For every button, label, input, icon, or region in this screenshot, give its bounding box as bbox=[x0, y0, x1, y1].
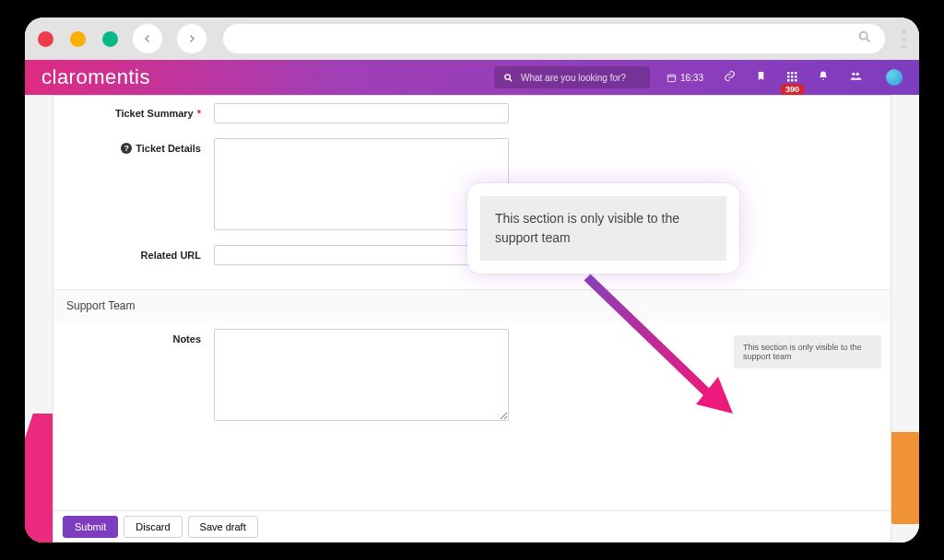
window-close-icon[interactable] bbox=[38, 31, 53, 47]
notification-badge: 390 bbox=[780, 84, 805, 95]
submit-button[interactable]: Submit bbox=[63, 516, 118, 538]
svg-rect-8 bbox=[795, 76, 797, 78]
header-search[interactable] bbox=[494, 66, 650, 88]
help-icon[interactable]: ? bbox=[121, 143, 132, 154]
required-indicator: * bbox=[197, 108, 201, 119]
annotation-callout: This section is only visible to the supp… bbox=[467, 183, 739, 274]
svg-rect-7 bbox=[791, 76, 794, 78]
svg-rect-2 bbox=[667, 75, 675, 81]
ticket-summary-input[interactable] bbox=[214, 103, 509, 123]
search-icon bbox=[503, 73, 513, 83]
svg-rect-11 bbox=[795, 79, 797, 82]
discard-button[interactable]: Discard bbox=[124, 516, 182, 538]
svg-point-1 bbox=[505, 74, 511, 79]
calendar-icon bbox=[667, 73, 677, 83]
clock-widget[interactable]: 16:33 bbox=[667, 73, 703, 83]
save-draft-button[interactable]: Save draft bbox=[188, 516, 258, 538]
related-url-input[interactable] bbox=[214, 245, 509, 265]
avatar[interactable] bbox=[886, 69, 903, 86]
browser-menu-icon[interactable] bbox=[902, 29, 906, 49]
ticket-details-input[interactable] bbox=[214, 138, 509, 230]
time-display: 16:33 bbox=[680, 73, 703, 83]
bell-icon[interactable] bbox=[818, 70, 829, 85]
app-header: claromentis 16:33 390 bbox=[25, 60, 919, 95]
svg-rect-4 bbox=[791, 72, 794, 75]
annotation-text: This section is only visible to the supp… bbox=[480, 196, 726, 261]
field-ticket-summary: Ticket Summary* bbox=[53, 96, 891, 131]
search-input[interactable] bbox=[521, 73, 641, 83]
decorative-shape-pink bbox=[25, 414, 53, 542]
section-support-team: Support Team bbox=[53, 289, 891, 321]
content-area: Ticket Summary* ? Ticket Details Related… bbox=[25, 95, 919, 542]
form-action-bar: Submit Discard Save draft bbox=[53, 510, 891, 542]
bookmark-icon[interactable] bbox=[756, 70, 766, 85]
svg-rect-10 bbox=[791, 79, 794, 82]
visibility-note: This section is only visible to the supp… bbox=[734, 335, 881, 368]
users-icon[interactable] bbox=[849, 70, 862, 85]
section-support-team-title: Support Team bbox=[66, 299, 136, 312]
notes-label: Notes bbox=[172, 333, 201, 344]
svg-rect-5 bbox=[795, 72, 797, 75]
ticket-details-label: Ticket Details bbox=[136, 143, 201, 154]
apps-grid-icon[interactable]: 390 bbox=[786, 71, 797, 85]
link-icon[interactable] bbox=[724, 70, 736, 85]
window-minimize-icon[interactable] bbox=[70, 31, 86, 47]
ticket-summary-label: Ticket Summary bbox=[115, 108, 194, 119]
svg-rect-3 bbox=[787, 72, 790, 75]
url-bar[interactable] bbox=[223, 24, 885, 53]
header-toolbar: 16:33 390 bbox=[667, 69, 903, 86]
svg-rect-9 bbox=[787, 79, 790, 82]
svg-point-12 bbox=[852, 73, 855, 76]
back-button[interactable] bbox=[133, 24, 162, 53]
svg-point-13 bbox=[856, 73, 859, 76]
svg-point-0 bbox=[860, 31, 867, 39]
window-maximize-icon[interactable] bbox=[102, 31, 118, 47]
svg-rect-6 bbox=[787, 76, 790, 78]
form-page: Ticket Summary* ? Ticket Details Related… bbox=[53, 95, 891, 542]
notes-input[interactable] bbox=[214, 329, 509, 421]
forward-button[interactable] bbox=[177, 24, 206, 53]
brand-logo: claromentis bbox=[41, 65, 150, 89]
search-icon bbox=[857, 29, 872, 49]
browser-frame: claromentis 16:33 390 bbox=[25, 18, 919, 542]
related-url-label: Related URL bbox=[141, 250, 201, 261]
browser-bar bbox=[25, 18, 919, 60]
